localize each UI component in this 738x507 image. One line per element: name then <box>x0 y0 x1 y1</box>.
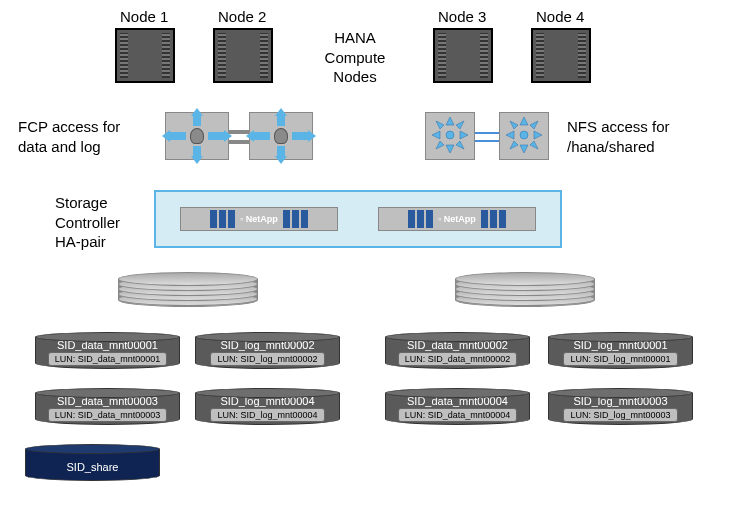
storage-line1: Storage <box>55 193 120 213</box>
nfs-icon-box-2 <box>499 112 549 160</box>
nfs-network-icon <box>504 115 544 158</box>
svg-marker-8 <box>456 141 464 149</box>
volume-sid-share: SID_share <box>25 444 160 484</box>
svg-marker-6 <box>456 121 464 129</box>
nfs-icon-box-1 <box>425 112 475 160</box>
fcp-icon-box-1 <box>165 112 229 160</box>
volume-sid-log-mnt00003: SID_log_mnt00003 LUN: SID_log_mnt00003 <box>548 388 693 428</box>
svg-marker-12 <box>506 131 514 139</box>
lun-name: LUN: SID_log_mnt00002 <box>210 352 324 366</box>
disk-stack-right-icon <box>455 272 595 312</box>
nfs-network-icon <box>430 115 470 158</box>
volume-sid-data-mnt00004: SID_data_mnt00004 LUN: SID_data_mnt00004 <box>385 388 530 428</box>
node-2-label: Node 2 <box>218 8 266 25</box>
node-2-icon <box>213 28 273 83</box>
svg-marker-7 <box>436 141 444 149</box>
fcp-arrows-icon <box>256 116 306 156</box>
svg-marker-14 <box>510 121 518 129</box>
node-3-label: Node 3 <box>438 8 486 25</box>
nfs-access-label: NFS access for /hana/shared <box>567 117 670 156</box>
node-3-icon <box>433 28 493 83</box>
fcp-access-label: FCP access for data and log <box>18 117 120 156</box>
nfs-line1: NFS access for <box>567 117 670 137</box>
svg-marker-11 <box>520 145 528 153</box>
volume-sid-data-mnt00001: SID_data_mnt00001 LUN: SID_data_mnt00001 <box>35 332 180 372</box>
node-1-label: Node 1 <box>120 8 168 25</box>
netapp-label-2: ▫ NetApp <box>435 214 479 224</box>
volume-sid-log-mnt00001: SID_log_mnt00001 LUN: SID_log_mnt00001 <box>548 332 693 372</box>
hana-line1: HANA <box>310 28 400 48</box>
lun-name: LUN: SID_data_mnt00001 <box>48 352 168 366</box>
svg-marker-16 <box>510 141 518 149</box>
svg-point-0 <box>446 131 454 139</box>
volume-sid-log-mnt00004: SID_log_mnt00004 LUN: SID_log_mnt00004 <box>195 388 340 428</box>
svg-marker-2 <box>446 145 454 153</box>
vol-name: SID_share <box>67 461 119 473</box>
disk-stack-left-icon <box>118 272 258 312</box>
storage-controller-label: Storage Controller HA-pair <box>55 193 120 252</box>
storage-line3: HA-pair <box>55 232 120 252</box>
node-1-icon <box>115 28 175 83</box>
netapp-label-1: ▫ NetApp <box>237 214 281 224</box>
fcp-icon-box-2 <box>249 112 313 160</box>
lun-name: LUN: SID_data_mnt00003 <box>48 408 168 422</box>
lun-name: LUN: SID_log_mnt00001 <box>563 352 677 366</box>
node-4-label: Node 4 <box>536 8 584 25</box>
hana-line2: Compute <box>310 48 400 68</box>
volume-sid-data-mnt00003: SID_data_mnt00003 LUN: SID_data_mnt00003 <box>35 388 180 428</box>
svg-marker-13 <box>534 131 542 139</box>
hana-line3: Nodes <box>310 67 400 87</box>
lun-name: LUN: SID_log_mnt00003 <box>563 408 677 422</box>
hana-label: HANA Compute Nodes <box>310 28 400 87</box>
node-4-icon <box>531 28 591 83</box>
volume-sid-data-mnt00002: SID_data_mnt00002 LUN: SID_data_mnt00002 <box>385 332 530 372</box>
lun-name: LUN: SID_data_mnt00004 <box>398 408 518 422</box>
netapp-unit-1: ▫ NetApp <box>180 207 338 231</box>
netapp-unit-2: ▫ NetApp <box>378 207 536 231</box>
svg-marker-15 <box>530 121 538 129</box>
svg-marker-10 <box>520 117 528 125</box>
svg-marker-17 <box>530 141 538 149</box>
volume-sid-log-mnt00002: SID_log_mnt00002 LUN: SID_log_mnt00002 <box>195 332 340 372</box>
fcp-line2: data and log <box>18 137 120 157</box>
svg-marker-4 <box>460 131 468 139</box>
nfs-connector-top <box>475 132 499 134</box>
fcp-arrows-icon <box>172 116 222 156</box>
lun-name: LUN: SID_log_mnt00004 <box>210 408 324 422</box>
lun-name: LUN: SID_data_mnt00002 <box>398 352 518 366</box>
svg-marker-3 <box>432 131 440 139</box>
storage-line2: Controller <box>55 213 120 233</box>
svg-marker-5 <box>436 121 444 129</box>
fcp-line1: FCP access for <box>18 117 120 137</box>
nfs-connector-bottom <box>475 140 499 142</box>
svg-marker-1 <box>446 117 454 125</box>
svg-point-9 <box>520 131 528 139</box>
nfs-line2: /hana/shared <box>567 137 670 157</box>
